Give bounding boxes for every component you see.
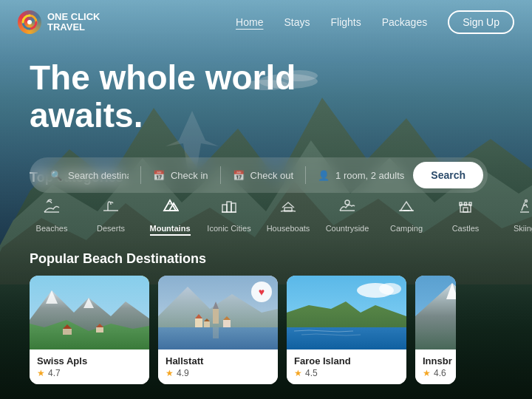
skiing-icon	[516, 197, 532, 219]
card-image-swiss-alps	[30, 276, 149, 349]
castles-label: Castles	[452, 224, 480, 233]
category-castles[interactable]: Castles	[443, 197, 488, 233]
svg-rect-19	[469, 202, 471, 205]
countryside-label: Countryside	[326, 224, 369, 233]
card-image-faroe	[287, 276, 406, 349]
card-name-faroe: Faroe Island	[294, 355, 399, 366]
person-icon: 👤	[318, 170, 330, 181]
divider-1	[140, 166, 141, 184]
beach-section-title: Popular Beach Destinations	[30, 251, 502, 267]
cities-icon	[220, 197, 238, 219]
calendar-icon-checkin: 📅	[153, 170, 165, 181]
castles-icon	[457, 197, 474, 219]
card-name-swiss: Swiss Apls	[37, 355, 142, 366]
nav-packages[interactable]: Packages	[382, 16, 427, 28]
cards-row: Swiss Apls ★ 4.7	[30, 276, 502, 384]
card-innsbruck: Innsbr ★ 4.6	[415, 276, 456, 384]
mountains-label: Mountains	[150, 224, 191, 236]
card-swiss-alps: Swiss Apls ★ 4.7	[30, 276, 149, 384]
category-skiing[interactable]: Skiing	[502, 197, 532, 233]
svg-rect-27	[63, 329, 72, 335]
logo-line1: ONE CLICK	[47, 12, 100, 22]
category-beaches[interactable]: Beaches	[30, 197, 74, 233]
card-faroe: Faroe Island ★ 4.5	[287, 276, 406, 384]
category-houseboats[interactable]: Houseboats	[266, 197, 310, 233]
rating-value-swiss: 4.7	[48, 368, 61, 378]
card-rating-innsbruck: ★ 4.6	[423, 368, 449, 378]
destination-input[interactable]	[68, 170, 129, 181]
svg-rect-8	[227, 202, 231, 212]
calendar-icon-checkout: 📅	[233, 170, 245, 181]
signup-button[interactable]: Sign Up	[448, 10, 514, 34]
card-info-swiss: Swiss Apls ★ 4.7	[30, 349, 149, 384]
category-mountains[interactable]: Mountains	[148, 197, 192, 236]
logo-text: ONE CLICK TRAVEL	[47, 12, 100, 33]
card-rating-faroe: ★ 4.5	[294, 368, 399, 378]
card-hallstatt: ♥ Hallstatt ★ 4.9	[158, 276, 278, 384]
deserts-icon	[102, 197, 120, 219]
svg-rect-36	[195, 318, 202, 327]
star-icon-swiss: ★	[37, 368, 45, 378]
search-bar: 🔍 📅 Check in 📅 Check out 👤 1 room, 2 adu…	[30, 157, 488, 193]
cities-label: Iconic Cities	[207, 224, 250, 233]
mountains-icon	[161, 197, 179, 219]
svg-point-12	[345, 200, 349, 205]
nav-flights[interactable]: Flights	[330, 16, 361, 28]
svg-rect-20	[463, 208, 468, 212]
houseboats-icon	[279, 197, 297, 219]
card-rating-hallstatt: ★ 4.9	[166, 368, 270, 378]
logo-line2: TRAVEL	[47, 22, 100, 33]
camping-icon	[398, 197, 415, 219]
category-countryside[interactable]: Countryside	[325, 197, 369, 233]
card-image-innsbruck	[415, 276, 456, 349]
logo-svg	[21, 14, 38, 30]
camping-label: Camping	[390, 224, 423, 233]
deserts-label: Deserts	[97, 224, 125, 233]
card-name-hallstatt: Hallstatt	[166, 355, 270, 366]
star-icon-hallstatt: ★	[166, 368, 174, 378]
guests-field[interactable]: 👤 1 room, 2 adults	[309, 166, 413, 185]
beaches-icon	[43, 197, 61, 219]
card-info-hallstatt: Hallstatt ★ 4.9	[158, 349, 278, 384]
category-camping[interactable]: Camping	[384, 197, 429, 233]
hero-title: The whole world awaits.	[30, 59, 310, 134]
search-button[interactable]: Search	[413, 162, 483, 188]
star-icon-innsbruck: ★	[423, 368, 431, 378]
card-rating-swiss: ★ 4.7	[37, 368, 142, 378]
card-info-innsbruck: Innsbr ★ 4.6	[415, 349, 456, 384]
countryside-icon	[338, 197, 356, 219]
category-cities[interactable]: Iconic Cities	[207, 197, 251, 233]
faroe-scene	[287, 276, 406, 349]
card-info-faroe: Faroe Island ★ 4.5	[287, 349, 406, 384]
divider-3	[305, 166, 306, 184]
houseboats-label: Houseboats	[267, 224, 310, 233]
checkout-label: Check out	[250, 170, 294, 181]
logo[interactable]: ONE CLICK TRAVEL	[18, 10, 100, 34]
nav-home[interactable]: Home	[236, 16, 263, 28]
svg-rect-29	[96, 327, 103, 332]
category-deserts[interactable]: Deserts	[89, 197, 133, 233]
navbar: ONE CLICK TRAVEL Home Stays Flights Pack…	[0, 0, 532, 44]
svg-rect-9	[231, 203, 236, 212]
guests-label: 1 room, 2 adults	[335, 170, 404, 181]
rating-value-faroe: 4.5	[305, 368, 318, 378]
svg-rect-17	[460, 202, 462, 205]
nav-stays[interactable]: Stays	[284, 16, 310, 28]
beach-section: Popular Beach Destinations	[0, 251, 532, 384]
svg-point-21	[525, 200, 528, 202]
hero-section: ONE CLICK TRAVEL Home Stays Flights Pack…	[0, 0, 532, 399]
nav-links: Home Stays Flights Packages Sign Up	[236, 10, 514, 34]
rating-value-innsbruck: 4.6	[434, 368, 446, 378]
star-icon-faroe: ★	[294, 368, 302, 378]
card-name-innsbruck: Innsbr	[423, 355, 449, 366]
svg-rect-18	[465, 202, 467, 205]
skiing-label: Skiing	[514, 224, 532, 233]
checkout-field[interactable]: 📅 Check out	[224, 166, 303, 185]
svg-rect-42	[213, 327, 219, 338]
categories-row: Beaches Deserts	[30, 197, 502, 236]
checkin-field[interactable]: 📅 Check in	[144, 166, 217, 185]
heart-button-hallstatt[interactable]: ♥	[251, 282, 272, 302]
logo-icon	[18, 10, 41, 34]
svg-rect-34	[213, 309, 219, 324]
destination-field[interactable]: 🔍	[41, 166, 137, 185]
